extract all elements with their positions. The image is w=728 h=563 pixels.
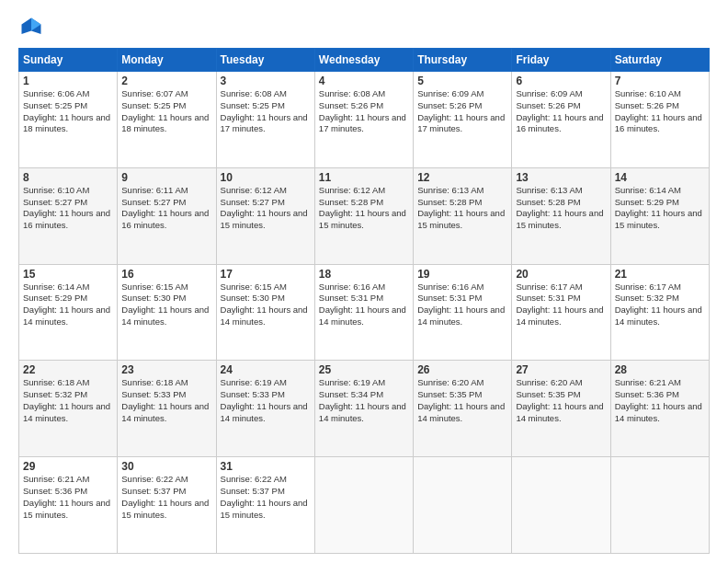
daylight-label: Daylight: 11 hours and 15 minutes. [23,498,110,520]
day-number: 4 [319,75,409,87]
calendar-table: SundayMondayTuesdayWednesdayThursdayFrid… [18,48,710,554]
day-info: Sunrise: 6:18 AM Sunset: 5:32 PM Dayligh… [23,377,113,424]
day-info: Sunrise: 6:16 AM Sunset: 5:31 PM Dayligh… [417,282,507,328]
day-number: 17 [221,268,311,281]
sunrise-label: Sunrise: 6:20 AM [516,377,582,387]
daylight-label: Daylight: 11 hours and 18 minutes. [23,112,110,134]
day-cell [414,457,512,554]
sunrise-label: Sunrise: 6:20 AM [417,377,483,387]
sunset-label: Sunset: 5:28 PM [319,197,383,207]
sunset-label: Sunset: 5:30 PM [121,293,186,303]
day-cell: 12 Sunrise: 6:13 AM Sunset: 5:28 PM Dayl… [414,167,512,264]
col-header-saturday: Saturday [610,49,709,72]
sunrise-label: Sunrise: 6:18 AM [121,377,188,387]
sunset-label: Sunset: 5:34 PM [319,389,383,399]
page: SundayMondayTuesdayWednesdayThursdayFrid… [0,0,728,563]
daylight-label: Daylight: 11 hours and 14 minutes. [615,401,702,423]
day-cell: 28 Sunrise: 6:21 AM Sunset: 5:36 PM Dayl… [610,361,709,457]
day-cell: 30 Sunrise: 6:22 AM Sunset: 5:37 PM Dayl… [118,457,216,554]
day-number: 13 [516,171,606,184]
sunset-label: Sunset: 5:30 PM [221,293,285,303]
sunset-label: Sunset: 5:29 PM [615,197,679,207]
day-info: Sunrise: 6:09 AM Sunset: 5:26 PM Dayligh… [417,88,507,135]
day-info: Sunrise: 6:18 AM Sunset: 5:33 PM Dayligh… [121,377,211,424]
daylight-label: Daylight: 11 hours and 15 minutes. [615,208,702,230]
col-header-monday: Monday [118,49,216,72]
sunrise-label: Sunrise: 6:15 AM [121,282,188,292]
week-row-1: 1 Sunrise: 6:06 AM Sunset: 5:25 PM Dayli… [19,72,710,168]
day-info: Sunrise: 6:12 AM Sunset: 5:28 PM Dayligh… [319,185,409,232]
day-info: Sunrise: 6:22 AM Sunset: 5:37 PM Dayligh… [121,474,211,521]
daylight-label: Daylight: 11 hours and 15 minutes. [516,208,603,230]
day-cell: 22 Sunrise: 6:18 AM Sunset: 5:32 PM Dayl… [19,361,118,457]
day-info: Sunrise: 6:10 AM Sunset: 5:27 PM Dayligh… [23,185,113,232]
daylight-label: Daylight: 11 hours and 15 minutes. [221,498,308,520]
day-cell: 26 Sunrise: 6:20 AM Sunset: 5:35 PM Dayl… [414,361,512,457]
sunset-label: Sunset: 5:25 PM [221,100,285,110]
day-info: Sunrise: 6:19 AM Sunset: 5:33 PM Dayligh… [221,377,311,424]
day-cell: 9 Sunrise: 6:11 AM Sunset: 5:27 PM Dayli… [118,167,216,264]
daylight-label: Daylight: 11 hours and 17 minutes. [221,112,308,134]
sunrise-label: Sunrise: 6:14 AM [23,282,89,292]
day-number: 21 [615,268,705,281]
day-cell: 11 Sunrise: 6:12 AM Sunset: 5:28 PM Dayl… [314,167,413,264]
day-number: 2 [121,75,211,87]
sunrise-label: Sunrise: 6:10 AM [615,88,681,98]
day-info: Sunrise: 6:17 AM Sunset: 5:32 PM Dayligh… [615,282,705,328]
day-info: Sunrise: 6:21 AM Sunset: 5:36 PM Dayligh… [615,377,705,424]
day-cell: 4 Sunrise: 6:08 AM Sunset: 5:26 PM Dayli… [314,72,413,168]
day-cell: 23 Sunrise: 6:18 AM Sunset: 5:33 PM Dayl… [118,361,216,457]
daylight-label: Daylight: 11 hours and 16 minutes. [516,112,603,134]
daylight-label: Daylight: 11 hours and 17 minutes. [319,112,406,134]
day-number: 27 [516,363,606,376]
sunrise-label: Sunrise: 6:16 AM [319,282,385,292]
daylight-label: Daylight: 11 hours and 16 minutes. [615,112,702,134]
day-cell: 27 Sunrise: 6:20 AM Sunset: 5:35 PM Dayl… [512,361,610,457]
day-number: 10 [221,171,311,184]
sunset-label: Sunset: 5:25 PM [23,100,87,110]
day-number: 26 [417,363,507,376]
daylight-label: Daylight: 11 hours and 14 minutes. [121,401,209,423]
day-number: 24 [221,363,311,376]
day-number: 30 [121,460,211,473]
day-info: Sunrise: 6:07 AM Sunset: 5:25 PM Dayligh… [121,88,211,135]
day-cell: 25 Sunrise: 6:19 AM Sunset: 5:34 PM Dayl… [314,361,413,457]
sunset-label: Sunset: 5:31 PM [417,293,482,303]
day-number: 16 [121,268,211,281]
sunrise-label: Sunrise: 6:14 AM [615,185,681,195]
sunrise-label: Sunrise: 6:22 AM [121,474,188,484]
sunset-label: Sunset: 5:26 PM [417,100,482,110]
sunset-label: Sunset: 5:27 PM [221,197,285,207]
day-info: Sunrise: 6:17 AM Sunset: 5:31 PM Dayligh… [516,282,606,328]
sunset-label: Sunset: 5:28 PM [417,197,482,207]
sunrise-label: Sunrise: 6:09 AM [516,88,582,98]
calendar-header: SundayMondayTuesdayWednesdayThursdayFrid… [19,49,710,72]
sunrise-label: Sunrise: 6:15 AM [221,282,287,292]
sunrise-label: Sunrise: 6:13 AM [417,185,483,195]
sunrise-label: Sunrise: 6:13 AM [516,185,582,195]
day-number: 29 [23,460,113,473]
day-number: 3 [221,75,311,87]
daylight-label: Daylight: 11 hours and 15 minutes. [121,498,209,520]
sunrise-label: Sunrise: 6:18 AM [23,377,89,387]
sunrise-label: Sunrise: 6:22 AM [221,474,287,484]
daylight-label: Daylight: 11 hours and 15 minutes. [319,208,406,230]
sunrise-label: Sunrise: 6:07 AM [121,88,188,98]
sunset-label: Sunset: 5:33 PM [221,389,285,399]
sunset-label: Sunset: 5:31 PM [319,293,383,303]
day-cell [610,457,709,554]
day-info: Sunrise: 6:14 AM Sunset: 5:29 PM Dayligh… [23,282,113,328]
sunset-label: Sunset: 5:31 PM [516,293,580,303]
daylight-label: Daylight: 11 hours and 14 minutes. [319,401,406,423]
logo [18,15,48,40]
sunrise-label: Sunrise: 6:11 AM [121,185,188,195]
day-cell: 20 Sunrise: 6:17 AM Sunset: 5:31 PM Dayl… [512,264,610,361]
day-cell: 16 Sunrise: 6:15 AM Sunset: 5:30 PM Dayl… [118,264,216,361]
sunset-label: Sunset: 5:29 PM [23,293,87,303]
day-cell: 6 Sunrise: 6:09 AM Sunset: 5:26 PM Dayli… [512,72,610,168]
sunset-label: Sunset: 5:26 PM [516,100,580,110]
day-cell: 17 Sunrise: 6:15 AM Sunset: 5:30 PM Dayl… [216,264,314,361]
day-info: Sunrise: 6:09 AM Sunset: 5:26 PM Dayligh… [516,88,606,135]
day-number: 31 [221,460,311,473]
day-cell: 15 Sunrise: 6:14 AM Sunset: 5:29 PM Dayl… [19,264,118,361]
